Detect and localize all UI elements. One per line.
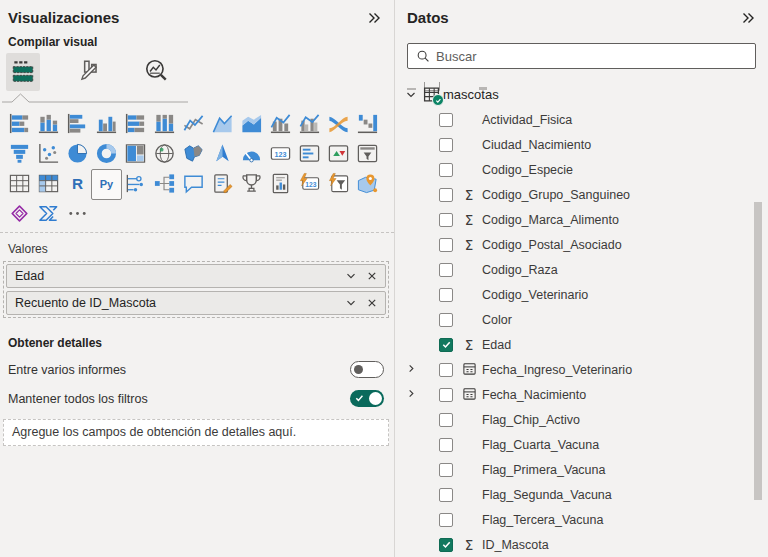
field-checkbox[interactable]: [439, 263, 453, 277]
field-checkbox[interactable]: [439, 138, 453, 152]
visual-azure-map[interactable]: [208, 140, 237, 169]
field-row-fecha_nacimiento[interactable]: Fecha_Nacimiento: [395, 382, 768, 407]
visual-waterfall-chart[interactable]: [353, 110, 382, 139]
field-row-codigo_marca_alimento[interactable]: ΣCodigo_Marca_Alimento: [395, 207, 768, 232]
visual-stacked-bar-chart[interactable]: [5, 110, 34, 139]
tab-analytics[interactable]: [139, 53, 173, 91]
chevron-down-icon[interactable]: [345, 270, 357, 282]
visual-table[interactable]: [5, 170, 34, 199]
visual-new-slicer[interactable]: [324, 170, 353, 199]
visual-smart-narrative[interactable]: [208, 170, 237, 199]
visual-treemap[interactable]: [121, 140, 150, 169]
search-input[interactable]: [434, 48, 749, 65]
visual-multi-row-card[interactable]: [295, 140, 324, 169]
visual-python-visual[interactable]: Py: [92, 170, 121, 199]
field-checkbox[interactable]: [439, 188, 453, 202]
field-row-id_mascota[interactable]: ΣID_Mascota: [395, 532, 768, 557]
visual-power-automate[interactable]: [34, 200, 63, 229]
visual-hundred-stacked-bar-chart[interactable]: [121, 110, 150, 139]
visual-slicer[interactable]: [353, 140, 382, 169]
tab-build-visual[interactable]: [6, 53, 40, 91]
field-row-ciudad_nacimiento[interactable]: Ciudad_Nacimiento: [395, 132, 768, 157]
tab-format-visual[interactable]: [72, 53, 106, 91]
visual-line-and-clustered-column-chart[interactable]: [295, 110, 324, 139]
visual-arcgis-map[interactable]: [353, 170, 382, 199]
visual-filled-map[interactable]: [179, 140, 208, 169]
field-row-codigo_raza[interactable]: Codigo_Raza: [395, 257, 768, 282]
field-checkbox[interactable]: [439, 288, 453, 302]
field-checkbox[interactable]: [439, 413, 453, 427]
visual-r-script-visual[interactable]: R: [63, 170, 92, 199]
visual-paginated-report[interactable]: [266, 170, 295, 199]
remove-field-icon[interactable]: [366, 270, 378, 282]
field-checkbox[interactable]: [439, 163, 453, 177]
field-checkbox[interactable]: [439, 513, 453, 527]
field-pill[interactable]: Recuento de ID_Mascota: [6, 291, 386, 315]
visual-q-and-a[interactable]: [179, 170, 208, 199]
field-checkbox[interactable]: [439, 338, 453, 352]
visual-scatter-chart[interactable]: [34, 140, 63, 169]
visual-matrix[interactable]: [34, 170, 63, 199]
collapse-pane-icon[interactable]: [366, 10, 382, 26]
visual-line-and-stacked-column-chart[interactable]: [266, 110, 295, 139]
visual-decomposition-tree[interactable]: [150, 170, 179, 199]
search-box[interactable]: [407, 43, 756, 69]
chevron-right-icon[interactable]: [406, 387, 417, 402]
field-checkbox[interactable]: [439, 363, 453, 377]
values-field-well[interactable]: EdadRecuento de ID_Mascota: [3, 261, 389, 318]
field-checkbox[interactable]: [439, 113, 453, 127]
visual-key-influencers[interactable]: [121, 170, 150, 199]
field-checkbox[interactable]: [439, 463, 453, 477]
visual-more-visuals[interactable]: [63, 200, 92, 229]
field-row-flag_segunda_vacuna[interactable]: Flag_Segunda_Vacuna: [395, 482, 768, 507]
visual-area-chart[interactable]: [208, 110, 237, 139]
visual-stacked-column-chart[interactable]: [34, 110, 63, 139]
remove-field-icon[interactable]: [366, 297, 378, 309]
field-pill[interactable]: Edad: [6, 264, 386, 288]
field-checkbox[interactable]: [439, 488, 453, 502]
field-checkbox[interactable]: [439, 388, 453, 402]
table-node-mascotas[interactable]: mascotas: [395, 82, 768, 107]
visual-line-chart[interactable]: [179, 110, 208, 139]
field-row-codigo_veterinario[interactable]: Codigo_Veterinario: [395, 282, 768, 307]
field-row-codigo_especie[interactable]: Codigo_Especie: [395, 157, 768, 182]
field-row-flag_tercera_vacuna[interactable]: Flag_Tercera_Vacuna: [395, 507, 768, 532]
vertical-scrollbar-thumb[interactable]: [754, 202, 762, 500]
visual-map[interactable]: [150, 140, 179, 169]
field-row-codigo_postal_asociado[interactable]: ΣCodigo_Postal_Asociado: [395, 232, 768, 257]
field-row-codigo_grupo_sanguineo[interactable]: ΣCodigo_Grupo_Sanguineo: [395, 182, 768, 207]
collapse-pane-icon[interactable]: [740, 10, 756, 26]
visual-funnel-chart[interactable]: [5, 140, 34, 169]
visual-gauge[interactable]: [237, 140, 266, 169]
field-checkbox[interactable]: [439, 538, 453, 552]
field-row-fecha_ingreso_veterinario[interactable]: Fecha_Ingreso_Veterinario: [395, 357, 768, 382]
field-row-flag_primera_vacuna[interactable]: Flag_Primera_Vacuna: [395, 457, 768, 482]
drillthrough-dropzone[interactable]: Agregue los campos de obtención de detal…: [3, 419, 389, 446]
visual-new-card[interactable]: 123: [295, 170, 324, 199]
visual-ribbon-chart[interactable]: [324, 110, 353, 139]
visual-hundred-stacked-column-chart[interactable]: [150, 110, 179, 139]
field-checkbox[interactable]: [439, 438, 453, 452]
visual-pie-chart[interactable]: [63, 140, 92, 169]
field-row-flag_cuarta_vacuna[interactable]: Flag_Cuarta_Vacuna: [395, 432, 768, 457]
visual-donut-chart[interactable]: [92, 140, 121, 169]
field-row-flag_chip_activo[interactable]: Flag_Chip_Activo: [395, 407, 768, 432]
chevron-down-icon[interactable]: [405, 89, 417, 101]
visual-clustered-column-chart[interactable]: [92, 110, 121, 139]
field-checkbox[interactable]: [439, 313, 453, 327]
visual-clustered-bar-chart[interactable]: [63, 110, 92, 139]
visual-kpi[interactable]: [324, 140, 353, 169]
field-row-actividad_fisica[interactable]: Actividad_Fisica: [395, 107, 768, 132]
field-row-edad[interactable]: ΣEdad: [395, 332, 768, 357]
field-row-color[interactable]: Color: [395, 307, 768, 332]
toggle-on[interactable]: [350, 390, 384, 407]
chevron-down-icon[interactable]: [345, 297, 357, 309]
visual-stacked-area-chart[interactable]: [237, 110, 266, 139]
toggle-off[interactable]: [350, 361, 384, 378]
visual-card[interactable]: 123: [266, 140, 295, 169]
field-checkbox[interactable]: [439, 238, 453, 252]
visual-power-apps[interactable]: [5, 200, 34, 229]
visual-metrics[interactable]: [237, 170, 266, 199]
field-checkbox[interactable]: [439, 213, 453, 227]
chevron-right-icon[interactable]: [406, 362, 417, 377]
